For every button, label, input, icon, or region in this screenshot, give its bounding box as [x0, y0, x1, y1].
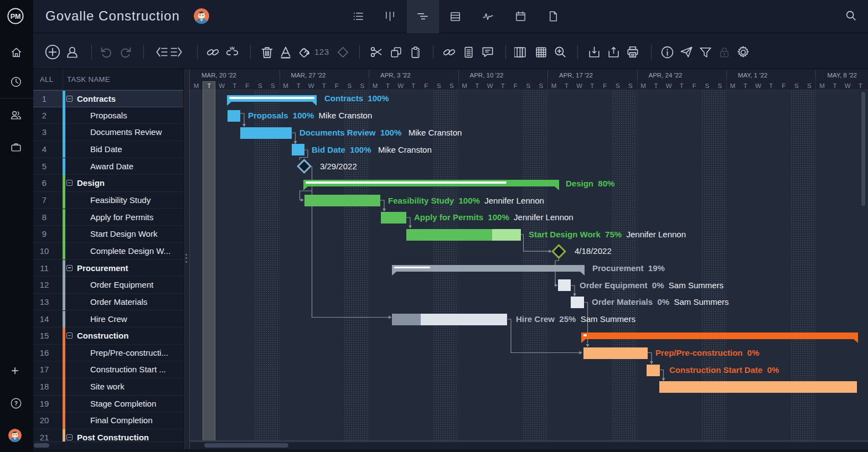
- svg-text:PM: PM: [11, 13, 21, 20]
- svg-text:?: ?: [14, 400, 18, 407]
